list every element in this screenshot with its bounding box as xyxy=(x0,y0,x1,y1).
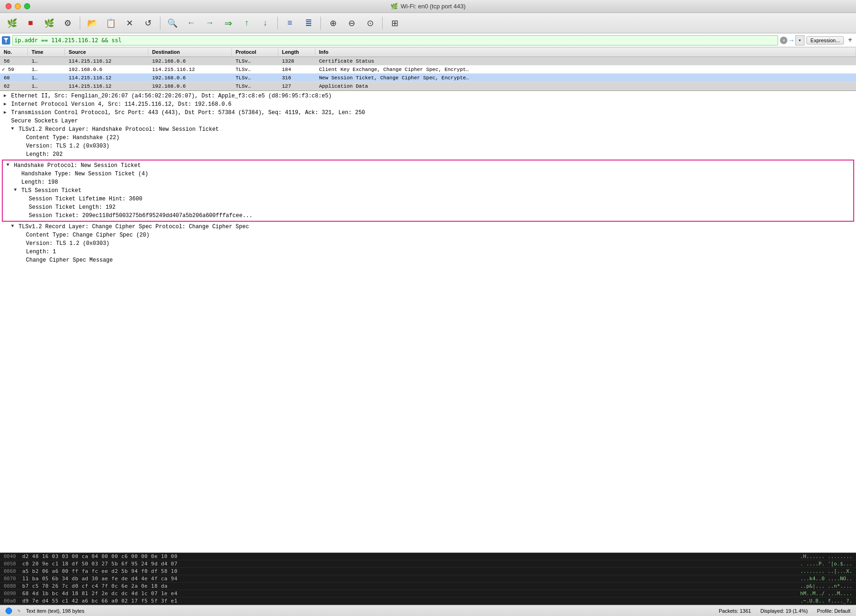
close-button[interactable] xyxy=(6,3,12,9)
detail-row[interactable]: ▶ Internet Protocol Version 4, Src: 114.… xyxy=(0,100,856,109)
resize-columns-button[interactable]: ⊞ xyxy=(386,15,403,32)
window-title-text: Wi-Fi: en0 (tcp port 443) xyxy=(401,3,466,10)
detail-text: Length: 198 xyxy=(21,179,58,186)
detail-row[interactable]: ▼ Handshake Protocol: New Session Ticket xyxy=(3,161,853,170)
col-source: Source xyxy=(65,48,148,56)
stop-capture-button[interactable]: ■ xyxy=(22,15,39,32)
cell-length: 127 xyxy=(278,83,315,90)
cell-length: 1328 xyxy=(278,58,315,64)
detail-row[interactable]: ▶ Ethernet II, Src: Fenglian_20:26:07 (a… xyxy=(0,92,856,100)
hex-offset: 0040 xyxy=(4,553,22,559)
reload-file-button[interactable]: ↺ xyxy=(140,15,156,32)
detail-text: TLS Session Ticket xyxy=(21,187,82,194)
wireshark-logo-button[interactable]: 🌿 xyxy=(4,15,20,32)
hex-ascii: ...k4..0 ....NO.. xyxy=(787,576,852,582)
hex-offset: 0070 xyxy=(4,576,22,582)
close-file-button[interactable]: ✕ xyxy=(121,15,138,32)
status-info-text: Text item (text), 198 bytes xyxy=(26,608,84,614)
table-row[interactable]: 561…114.215.116.12192.168.0.6TLSv…1328Ce… xyxy=(0,57,856,65)
detail-text: Content Type: Handshake (22) xyxy=(26,135,120,141)
col-destination: Destination xyxy=(148,48,232,56)
hex-ascii: hM..M../ ...M.... xyxy=(787,590,852,597)
colorize-button[interactable]: ≡ xyxy=(281,15,298,32)
go-button[interactable]: ⇒ xyxy=(220,15,236,32)
detail-row[interactable]: ▼ TLS Session Ticket xyxy=(3,186,853,195)
detail-text: Handshake Type: New Session Ticket (4) xyxy=(21,171,148,177)
hex-ascii: . ....P. '[o.$... xyxy=(787,561,852,567)
expand-arrow-icon: ▶ xyxy=(4,93,9,98)
last-packet-button[interactable]: ↓ xyxy=(257,15,274,32)
filter-bar: ✕ → ▾ Expression... + xyxy=(0,33,856,47)
detail-text: Secure Sockets Layer xyxy=(11,118,78,124)
expression-button[interactable]: Expression... xyxy=(806,36,844,45)
start-capture-button[interactable]: 🌿 xyxy=(41,15,57,32)
cell-info: Application Data xyxy=(315,83,856,90)
first-packet-button[interactable]: ↑ xyxy=(238,15,255,32)
go-forward-button[interactable]: → xyxy=(201,15,218,32)
col-length: Length xyxy=(278,48,315,56)
filter-input[interactable] xyxy=(12,35,778,45)
detail-text: Change Cipher Spec Message xyxy=(26,257,113,263)
cell-source: 114.215.116.12 xyxy=(65,83,148,90)
detail-row[interactable]: ▼ TLSv1.2 Record Layer: Change Cipher Sp… xyxy=(0,223,856,231)
hex-row: 009068 4d 1b bc 4d 18 81 2f 2e dc dc 4d … xyxy=(0,590,856,597)
cell-protocol: TLSv… xyxy=(232,83,278,90)
detail-row[interactable]: ▼ TLSv1.2 Record Layer: Handshake Protoc… xyxy=(0,125,856,134)
autoscroll-button[interactable]: ≣ xyxy=(300,15,317,32)
cell-time: 1… xyxy=(28,83,65,90)
zoom-reset-button[interactable]: ⊙ xyxy=(362,15,378,32)
cell-destination: 192.168.0.6 xyxy=(148,58,232,64)
table-row[interactable]: ✓ 591…192.168.0.6114.215.116.12TLSv…184C… xyxy=(0,65,856,74)
detail-text: Version: TLS 1.2 (0x0303) xyxy=(26,240,109,247)
detail-text: Ethernet II, Src: Fenglian_20:26:07 (a4:… xyxy=(11,93,332,99)
status-left: ✎ Text item (text), 198 bytes xyxy=(6,608,84,614)
detail-row: Length: 202 xyxy=(0,150,856,159)
hex-ascii: .H...... ........ xyxy=(787,553,852,559)
separator-3 xyxy=(277,17,278,30)
filter-clear-button[interactable]: ✕ xyxy=(780,37,787,44)
packet-rows: 561…114.215.116.12192.168.0.6TLSv…1328Ce… xyxy=(0,57,856,90)
cell-info: Certificate Status xyxy=(315,58,856,64)
add-filter-button[interactable]: + xyxy=(846,36,854,45)
separator-1 xyxy=(80,17,80,30)
hex-bytes: d9 7e d4 55 c1 42 a6 bc 66 a0 02 17 f5 5… xyxy=(22,598,787,604)
hex-row: 00a0d9 7e d4 55 c1 42 a6 bc 66 a0 02 17 … xyxy=(0,597,856,605)
filter-arrow-button[interactable]: → xyxy=(789,37,793,44)
svg-marker-0 xyxy=(4,38,8,43)
cell-length: 316 xyxy=(278,75,315,81)
save-file-button[interactable]: 📋 xyxy=(102,15,119,32)
hex-dump: 0040d2 48 16 03 03 00 ca 04 00 00 c6 00 … xyxy=(0,553,856,605)
detail-row: Length: 1 xyxy=(0,248,856,256)
expand-arrow-icon: ▶ xyxy=(4,109,9,115)
packet-list: No. Time Source Destination Protocol Len… xyxy=(0,47,856,91)
collapse-arrow-icon: ▼ xyxy=(6,162,12,167)
go-back-button[interactable]: ← xyxy=(183,15,199,32)
cell-time: 1… xyxy=(28,58,65,64)
capture-options-button[interactable]: ⚙ xyxy=(59,15,76,32)
filter-dropdown-button[interactable]: ▾ xyxy=(795,35,805,45)
detail-row: Change Cipher Spec Message xyxy=(0,256,856,264)
minimize-button[interactable] xyxy=(15,3,21,9)
wireshark-title-icon: 🌿 xyxy=(390,3,398,10)
detail-row[interactable]: ▶ Transmission Control Protocol, Src Por… xyxy=(0,109,856,117)
displayed-count: Displayed: 19 (1.4%) xyxy=(760,608,808,614)
table-row[interactable]: 621…114.215.116.12192.168.0.6TLSv…127App… xyxy=(0,82,856,90)
hex-rows: 0040d2 48 16 03 03 00 ca 04 00 00 c6 00 … xyxy=(0,553,856,605)
cell-source: 192.168.0.6 xyxy=(65,66,148,73)
hex-bytes: b7 c5 70 26 7c d0 cf c4 7f 0c 6e 2a 0e 1… xyxy=(22,583,787,589)
open-file-button[interactable]: 📂 xyxy=(84,15,101,32)
cell-protocol: TLSv… xyxy=(232,66,278,73)
table-row[interactable]: 601…114.215.116.12192.168.0.6TLSv…316New… xyxy=(0,74,856,82)
detail-text: Internet Protocol Version 4, Src: 114.21… xyxy=(11,101,231,108)
cell-length: 184 xyxy=(278,66,315,73)
hex-row: 0050c0 20 9e c1 18 df 50 03 27 5b 6f 95 … xyxy=(0,560,856,568)
cell-info: New Session Ticket, Change Cipher Spec, … xyxy=(315,75,856,81)
detail-text: Content Type: Change Cipher Spec (20) xyxy=(26,232,149,238)
cell-no: 60 xyxy=(0,75,28,81)
hex-bytes: d2 48 16 03 03 00 ca 04 00 00 c6 00 00 0… xyxy=(22,553,787,559)
zoom-in-button[interactable]: ⊕ xyxy=(325,15,341,32)
zoom-out-button[interactable]: ⊖ xyxy=(343,15,360,32)
maximize-button[interactable] xyxy=(24,3,30,9)
find-packet-button[interactable]: 🔍 xyxy=(164,15,181,32)
detail-row: Secure Sockets Layer xyxy=(0,117,856,125)
